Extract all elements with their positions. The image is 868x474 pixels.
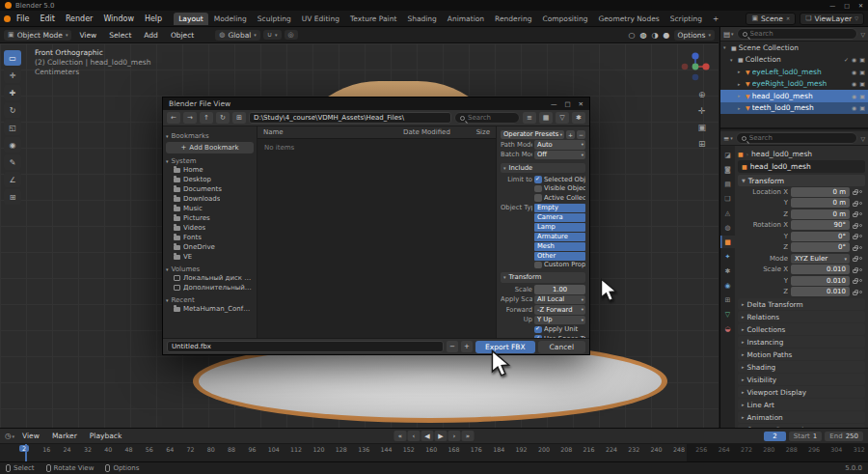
previous-keyframe-button[interactable]: ‹ — [408, 431, 420, 441]
window-close-button[interactable]: ✕ — [858, 2, 863, 9]
filter-icon[interactable]: ▽ — [854, 15, 858, 21]
transform-panel-header[interactable]: ▼ Transform — [738, 175, 865, 186]
timeline-menu[interactable]: Marker — [47, 431, 82, 441]
workspace-tab[interactable]: UV Editing — [297, 13, 344, 25]
expand-icon[interactable]: ▸ — [738, 69, 744, 74]
outliner-row-scene-collection[interactable]: ▾ ▦ Scene Collection — [720, 42, 868, 54]
outliner-object-row[interactable]: ▸ ▼ head_lod0_mesh ◉ ▣ — [720, 90, 868, 102]
collapsed-panel[interactable]: ▸ Viewport Display — [738, 386, 865, 398]
menubar-menu[interactable]: Help — [140, 14, 167, 24]
object-type-item[interactable]: Empty — [534, 204, 585, 212]
visibility-eye-icon[interactable]: ◉ — [852, 69, 856, 75]
parent-directory-button[interactable]: ↑ — [200, 112, 213, 124]
value-field[interactable]: 90° — [791, 220, 850, 230]
system-folder-item[interactable]: Fonts — [166, 233, 254, 242]
volumes-section-header[interactable]: ▾ Volumes — [166, 265, 254, 273]
scale-slider[interactable]: 1.00 — [534, 285, 585, 294]
tool-button[interactable]: ✎ — [4, 154, 21, 170]
keyframe-dot-icon[interactable] — [859, 257, 862, 260]
outliner-row-collection[interactable]: ▾ ▦ Collection ✓ ◉ ▣ — [720, 54, 868, 67]
expand-icon[interactable]: ▾ — [723, 44, 729, 50]
value-field[interactable]: XYZ Euler — [791, 254, 850, 264]
object-type-item[interactable]: Other — [534, 252, 585, 261]
collapsed-panel[interactable]: ▸ Shading — [738, 361, 865, 373]
render-camera-icon[interactable]: ▣ — [859, 80, 865, 87]
system-folder-item[interactable]: VE — [166, 252, 254, 262]
ortho-toggle-icon[interactable]: ⊞ — [697, 139, 706, 149]
value-field[interactable]: 0 m — [791, 187, 850, 197]
batch-mode-dropdown[interactable]: Off — [534, 151, 585, 160]
timeline-menu[interactable]: Playback — [85, 431, 126, 441]
lock-icon[interactable] — [853, 247, 857, 251]
file-search-input[interactable]: Search — [454, 112, 520, 124]
apply-scalings-dropdown[interactable]: All Local — [534, 295, 585, 305]
pan-hand-icon[interactable]: ✛ — [697, 106, 706, 116]
system-folder-item[interactable]: Downloads — [166, 194, 254, 204]
lock-icon[interactable] — [853, 213, 857, 217]
refresh-button[interactable]: ↻ — [216, 112, 230, 124]
lock-icon[interactable] — [853, 269, 857, 273]
remove-preset-button[interactable]: − — [577, 130, 585, 140]
properties-tab[interactable]: ◉ — [720, 279, 735, 292]
render-camera-icon[interactable]: ▣ — [859, 93, 865, 99]
checkbox[interactable] — [534, 335, 542, 338]
end-frame-field[interactable]: End250 — [825, 432, 863, 441]
dialog-minimize-button[interactable]: — — [551, 100, 557, 108]
value-field[interactable]: 0° — [791, 242, 850, 252]
viewlayer-selector[interactable]: ❏ ViewLayer ▽ — [800, 13, 864, 25]
checkbox[interactable] — [534, 262, 542, 269]
column-size[interactable]: Size — [465, 128, 490, 136]
outliner-object-row[interactable]: ▸ ▼ eyeLeft_lod0_mesh ◉ ▣ — [720, 66, 868, 78]
system-folder-item[interactable]: Pictures — [166, 213, 254, 223]
render-camera-icon[interactable]: ▣ — [859, 69, 865, 75]
forward-button[interactable]: → — [183, 112, 197, 124]
workspace-tab[interactable]: Compositing — [537, 13, 592, 25]
workspace-tab[interactable]: Texture Paint — [345, 13, 401, 25]
value-field[interactable]: 0.010 — [791, 276, 850, 286]
checkbox-icon[interactable]: ✓ — [844, 56, 849, 63]
jump-to-end-button[interactable]: » — [462, 431, 475, 441]
workspace-tab[interactable]: Rendering — [490, 13, 536, 25]
checkbox[interactable] — [534, 326, 542, 334]
outliner-object-row[interactable]: ▸ ▼ eyeRight_lod0_mesh ◉ ▣ — [720, 78, 868, 91]
value-field[interactable]: 0° — [791, 232, 850, 241]
forward-dropdown[interactable]: -Z Forward — [534, 305, 585, 315]
workspace-tab[interactable]: Layout — [174, 13, 208, 25]
camera-view-icon[interactable]: ▣ — [697, 123, 706, 132]
window-minimize-button[interactable]: — — [829, 2, 835, 9]
add-preset-button[interactable]: + — [566, 130, 575, 140]
recent-section-header[interactable]: ▾ Recent — [166, 296, 254, 304]
viewport-menu[interactable]: Object — [166, 30, 199, 41]
timeline-menu[interactable]: View — [17, 431, 44, 441]
cancel-button[interactable]: Cancel — [538, 341, 585, 353]
collapsed-panel[interactable]: ▸ Visibility — [738, 374, 865, 385]
playhead[interactable]: 2 — [25, 444, 27, 461]
collapsed-panel[interactable]: ▸ Instancing — [738, 336, 865, 348]
properties-tab[interactable]: ◒ — [720, 322, 735, 335]
tool-button[interactable]: ↻ — [4, 102, 21, 118]
display-thumbnails-icon[interactable]: ▦ — [539, 112, 553, 124]
collapsed-panel[interactable]: ▸ Animation — [738, 411, 865, 423]
filename-input[interactable] — [167, 341, 444, 352]
keyframe-dot-icon[interactable] — [859, 190, 862, 193]
collapsed-panel[interactable]: ▸ Delta Transform — [738, 298, 865, 310]
increment-number-button[interactable]: + — [461, 341, 473, 352]
workspace-tab[interactable]: Scripting — [665, 13, 707, 25]
properties-tab[interactable]: ◬ — [720, 207, 735, 219]
checkbox[interactable] — [534, 185, 542, 193]
operator-presets-dropdown[interactable]: Operator Presets — [501, 130, 564, 140]
system-folder-item[interactable]: Videos — [166, 223, 254, 233]
bookmarks-section-header[interactable]: ▾ Bookmarks — [166, 132, 254, 140]
timeline-editor[interactable]: ◷▾ View Marker Playback « ‹ ◀ ▶ › » 2 St… — [0, 428, 868, 461]
visibility-eye-icon[interactable]: ◉ — [852, 56, 856, 63]
navigation-gizmo[interactable] — [680, 51, 711, 82]
viewport-menu[interactable]: View — [74, 30, 101, 41]
lock-icon[interactable] — [853, 203, 857, 207]
keyframe-dot-icon[interactable] — [859, 268, 862, 271]
up-dropdown[interactable]: Y Up — [534, 316, 585, 325]
blender-file-view-dialog[interactable]: Blender File View — □ ✕ ← → ↑ ↻ ⊞ Search… — [162, 97, 590, 355]
checkbox[interactable] — [534, 176, 542, 183]
visibility-eye-icon[interactable]: ◉ — [852, 93, 856, 99]
snap-magnet-toggle[interactable]: ∪ ▾ — [263, 30, 282, 40]
properties-tab[interactable]: ✦ — [720, 250, 735, 263]
